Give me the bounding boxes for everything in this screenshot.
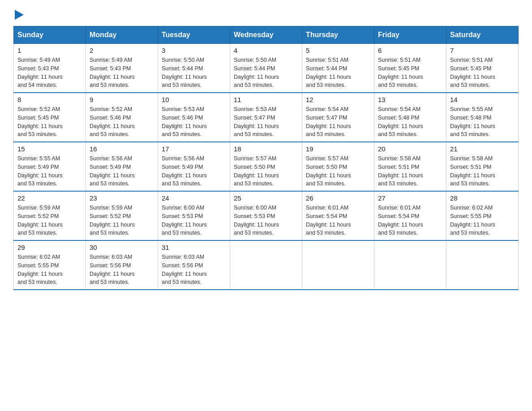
day-number: 21	[450, 145, 515, 153]
calendar-table: SundayMondayTuesdayWednesdayThursdayFrid…	[13, 26, 519, 290]
weekday-header-friday: Friday	[374, 26, 446, 44]
day-number: 5	[306, 47, 370, 54]
day-number: 16	[90, 145, 154, 153]
day-number: 27	[378, 194, 442, 202]
day-number: 17	[162, 145, 226, 153]
day-number: 4	[234, 47, 298, 54]
day-info: Sunrise: 6:03 AM Sunset: 5:56 PM Dayligh…	[162, 253, 226, 287]
logo	[13, 9, 24, 21]
calendar-day-cell: 7 Sunrise: 5:51 AM Sunset: 5:45 PM Dayli…	[446, 44, 519, 93]
day-number: 10	[162, 96, 226, 103]
calendar-day-cell: 18 Sunrise: 5:57 AM Sunset: 5:50 PM Dayl…	[230, 142, 302, 191]
day-info: Sunrise: 5:58 AM Sunset: 5:51 PM Dayligh…	[450, 154, 515, 188]
calendar-day-cell: 11 Sunrise: 5:53 AM Sunset: 5:47 PM Dayl…	[230, 93, 302, 142]
day-info: Sunrise: 5:58 AM Sunset: 5:51 PM Dayligh…	[378, 154, 442, 188]
day-info: Sunrise: 5:57 AM Sunset: 5:50 PM Dayligh…	[306, 154, 370, 188]
weekday-header-wednesday: Wednesday	[230, 26, 302, 44]
day-number: 28	[450, 194, 515, 202]
weekday-header-tuesday: Tuesday	[158, 26, 230, 44]
calendar-day-cell: 12 Sunrise: 5:54 AM Sunset: 5:47 PM Dayl…	[302, 93, 374, 142]
calendar-day-cell: 21 Sunrise: 5:58 AM Sunset: 5:51 PM Dayl…	[446, 142, 519, 191]
calendar-day-cell: 3 Sunrise: 5:50 AM Sunset: 5:44 PM Dayli…	[158, 44, 230, 93]
day-info: Sunrise: 5:57 AM Sunset: 5:50 PM Dayligh…	[234, 154, 298, 188]
day-info: Sunrise: 5:54 AM Sunset: 5:47 PM Dayligh…	[306, 105, 370, 139]
weekday-header-monday: Monday	[86, 26, 158, 44]
calendar-day-cell: 25 Sunrise: 6:00 AM Sunset: 5:53 PM Dayl…	[230, 191, 302, 240]
day-number: 30	[90, 244, 154, 251]
day-info: Sunrise: 5:51 AM Sunset: 5:45 PM Dayligh…	[378, 56, 442, 90]
day-info: Sunrise: 5:51 AM Sunset: 5:44 PM Dayligh…	[306, 56, 370, 90]
day-info: Sunrise: 5:53 AM Sunset: 5:46 PM Dayligh…	[162, 105, 226, 139]
day-info: Sunrise: 5:55 AM Sunset: 5:48 PM Dayligh…	[450, 105, 515, 139]
calendar-day-cell: 6 Sunrise: 5:51 AM Sunset: 5:45 PM Dayli…	[374, 44, 446, 93]
day-info: Sunrise: 6:01 AM Sunset: 5:54 PM Dayligh…	[306, 204, 370, 237]
day-number: 3	[162, 47, 226, 54]
logo-wrapper	[13, 9, 24, 21]
day-number: 31	[162, 244, 226, 251]
calendar-day-cell: 4 Sunrise: 5:50 AM Sunset: 5:44 PM Dayli…	[230, 44, 302, 93]
day-info: Sunrise: 5:59 AM Sunset: 5:52 PM Dayligh…	[17, 204, 82, 237]
day-info: Sunrise: 5:50 AM Sunset: 5:44 PM Dayligh…	[234, 56, 298, 90]
day-number: 7	[450, 47, 515, 54]
calendar-day-cell: 10 Sunrise: 5:53 AM Sunset: 5:46 PM Dayl…	[158, 93, 230, 142]
calendar-week-row: 15 Sunrise: 5:55 AM Sunset: 5:49 PM Dayl…	[14, 142, 519, 191]
day-info: Sunrise: 5:59 AM Sunset: 5:52 PM Dayligh…	[90, 204, 154, 237]
weekday-header-saturday: Saturday	[446, 26, 519, 44]
calendar-day-cell: 22 Sunrise: 5:59 AM Sunset: 5:52 PM Dayl…	[14, 191, 86, 240]
day-number: 15	[17, 145, 82, 153]
day-number: 20	[378, 145, 442, 153]
day-number: 11	[234, 96, 298, 103]
day-number: 13	[378, 96, 442, 103]
day-number: 1	[17, 47, 82, 54]
calendar-week-row: 22 Sunrise: 5:59 AM Sunset: 5:52 PM Dayl…	[14, 191, 519, 240]
calendar-day-cell: 2 Sunrise: 5:49 AM Sunset: 5:43 PM Dayli…	[86, 44, 158, 93]
day-number: 2	[90, 47, 154, 54]
page-header	[13, 9, 519, 21]
calendar-day-cell: 29 Sunrise: 6:02 AM Sunset: 5:55 PM Dayl…	[14, 240, 86, 290]
calendar-day-cell: 30 Sunrise: 6:03 AM Sunset: 5:56 PM Dayl…	[86, 240, 158, 290]
calendar-day-cell: 16 Sunrise: 5:56 AM Sunset: 5:49 PM Dayl…	[86, 142, 158, 191]
day-number: 19	[306, 145, 370, 153]
day-info: Sunrise: 5:49 AM Sunset: 5:43 PM Dayligh…	[17, 56, 82, 90]
calendar-day-cell: 15 Sunrise: 5:55 AM Sunset: 5:49 PM Dayl…	[14, 142, 86, 191]
calendar-day-cell	[374, 240, 446, 290]
calendar-day-cell: 28 Sunrise: 6:02 AM Sunset: 5:55 PM Dayl…	[446, 191, 519, 240]
weekday-header-thursday: Thursday	[302, 26, 374, 44]
calendar-day-cell: 24 Sunrise: 6:00 AM Sunset: 5:53 PM Dayl…	[158, 191, 230, 240]
calendar-week-row: 1 Sunrise: 5:49 AM Sunset: 5:43 PM Dayli…	[14, 44, 519, 93]
day-info: Sunrise: 6:00 AM Sunset: 5:53 PM Dayligh…	[234, 204, 298, 237]
day-info: Sunrise: 5:55 AM Sunset: 5:49 PM Dayligh…	[17, 154, 82, 188]
calendar-day-cell: 27 Sunrise: 6:01 AM Sunset: 5:54 PM Dayl…	[374, 191, 446, 240]
day-number: 18	[234, 145, 298, 153]
calendar-day-cell: 9 Sunrise: 5:52 AM Sunset: 5:46 PM Dayli…	[86, 93, 158, 142]
day-info: Sunrise: 5:52 AM Sunset: 5:45 PM Dayligh…	[17, 105, 82, 139]
calendar-week-row: 29 Sunrise: 6:02 AM Sunset: 5:55 PM Dayl…	[14, 240, 519, 290]
logo-line1	[13, 9, 24, 21]
weekday-header-row: SundayMondayTuesdayWednesdayThursdayFrid…	[14, 26, 519, 44]
calendar-day-cell: 26 Sunrise: 6:01 AM Sunset: 5:54 PM Dayl…	[302, 191, 374, 240]
calendar-day-cell	[446, 240, 519, 290]
day-info: Sunrise: 6:01 AM Sunset: 5:54 PM Dayligh…	[378, 204, 442, 237]
calendar-day-cell: 1 Sunrise: 5:49 AM Sunset: 5:43 PM Dayli…	[14, 44, 86, 93]
day-number: 8	[17, 96, 82, 103]
calendar-day-cell: 20 Sunrise: 5:58 AM Sunset: 5:51 PM Dayl…	[374, 142, 446, 191]
weekday-header-sunday: Sunday	[14, 26, 86, 44]
calendar-day-cell: 5 Sunrise: 5:51 AM Sunset: 5:44 PM Dayli…	[302, 44, 374, 93]
calendar-day-cell: 13 Sunrise: 5:54 AM Sunset: 5:48 PM Dayl…	[374, 93, 446, 142]
day-number: 26	[306, 194, 370, 202]
day-info: Sunrise: 6:02 AM Sunset: 5:55 PM Dayligh…	[450, 204, 515, 237]
calendar-day-cell	[302, 240, 374, 290]
day-info: Sunrise: 5:56 AM Sunset: 5:49 PM Dayligh…	[90, 154, 154, 188]
calendar-day-cell: 19 Sunrise: 5:57 AM Sunset: 5:50 PM Dayl…	[302, 142, 374, 191]
day-info: Sunrise: 5:56 AM Sunset: 5:49 PM Dayligh…	[162, 154, 226, 188]
logo-arrow-icon	[15, 10, 24, 20]
calendar-day-cell	[230, 240, 302, 290]
svg-marker-0	[15, 10, 24, 20]
day-info: Sunrise: 5:54 AM Sunset: 5:48 PM Dayligh…	[378, 105, 442, 139]
day-number: 23	[90, 194, 154, 202]
day-info: Sunrise: 5:53 AM Sunset: 5:47 PM Dayligh…	[234, 105, 298, 139]
day-number: 14	[450, 96, 515, 103]
calendar-day-cell: 23 Sunrise: 5:59 AM Sunset: 5:52 PM Dayl…	[86, 191, 158, 240]
day-info: Sunrise: 5:50 AM Sunset: 5:44 PM Dayligh…	[162, 56, 226, 90]
calendar-day-cell: 17 Sunrise: 5:56 AM Sunset: 5:49 PM Dayl…	[158, 142, 230, 191]
